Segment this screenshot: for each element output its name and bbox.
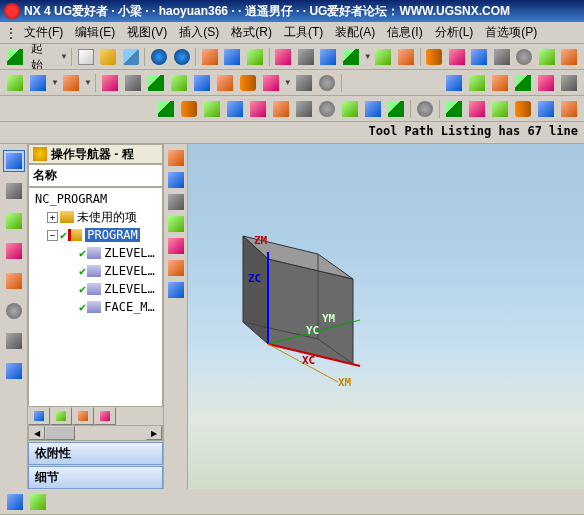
redo-button[interactable]: [171, 46, 193, 68]
paste-button[interactable]: [244, 46, 266, 68]
tree-program[interactable]: − ✔ PROGRAM: [31, 226, 160, 244]
tb2-b4[interactable]: [99, 72, 121, 94]
tb3-b5[interactable]: [247, 98, 269, 120]
tb3-b6[interactable]: [270, 98, 292, 120]
gt-b1[interactable]: [166, 148, 186, 168]
tb2-b10[interactable]: [237, 72, 259, 94]
tb1-b7[interactable]: [424, 46, 446, 68]
tb1-b9[interactable]: [469, 46, 491, 68]
column-header[interactable]: 名称: [28, 164, 163, 187]
tb3-b9[interactable]: [339, 98, 361, 120]
gt-b5[interactable]: [166, 236, 186, 256]
nav-tab-4[interactable]: [94, 407, 116, 425]
tree-root[interactable]: NC_PROGRAM: [31, 190, 160, 208]
tb3-c5[interactable]: [535, 98, 557, 120]
tb1-b8[interactable]: [446, 46, 468, 68]
tb1-b13[interactable]: [559, 46, 581, 68]
tb4-b2[interactable]: [27, 491, 49, 513]
tb3-fox[interactable]: [414, 98, 436, 120]
tb2-b1[interactable]: [4, 72, 26, 94]
gt-b3[interactable]: [166, 192, 186, 212]
vt-tab-5[interactable]: [3, 270, 25, 292]
scroll-left-icon[interactable]: ◀: [29, 426, 45, 440]
undo-button[interactable]: [148, 46, 170, 68]
nav-tab-3[interactable]: [72, 407, 94, 425]
menu-tools[interactable]: 工具(T): [278, 22, 329, 43]
collapse-icon[interactable]: −: [47, 230, 58, 241]
menu-prefs[interactable]: 首选项(P): [479, 22, 543, 43]
tb2-b5[interactable]: [122, 72, 144, 94]
tb2-b8[interactable]: [191, 72, 213, 94]
tb3-b2[interactable]: [178, 98, 200, 120]
vt-tab-3[interactable]: [3, 210, 25, 232]
chevron-down-icon[interactable]: ▼: [284, 78, 292, 87]
tb2-b11[interactable]: [260, 72, 282, 94]
tb2-r5[interactable]: [535, 72, 557, 94]
scroll-right-icon[interactable]: ▶: [146, 426, 162, 440]
tb2-b6[interactable]: [145, 72, 167, 94]
tb3-b10[interactable]: [362, 98, 384, 120]
vt-tab-7[interactable]: [3, 330, 25, 352]
tb3-c1[interactable]: [443, 98, 465, 120]
tb2-b12[interactable]: [293, 72, 315, 94]
detail-panel[interactable]: 细节: [28, 466, 163, 489]
gt-b2[interactable]: [166, 170, 186, 190]
gt-b7[interactable]: [166, 280, 186, 300]
tb2-b13[interactable]: [316, 72, 338, 94]
tb2-b9[interactable]: [214, 72, 236, 94]
horizontal-scrollbar[interactable]: ◀ ▶: [28, 425, 163, 441]
tb1-b5[interactable]: [373, 46, 395, 68]
tb1-b2[interactable]: [295, 46, 317, 68]
save-button[interactable]: [120, 46, 142, 68]
gt-b6[interactable]: [166, 258, 186, 278]
scroll-track[interactable]: [75, 426, 146, 440]
menu-assembly[interactable]: 装配(A): [329, 22, 381, 43]
start-label[interactable]: 起始: [27, 44, 58, 70]
viewport[interactable]: ZM ZC YM YC XC XM: [188, 144, 584, 489]
chevron-down-icon[interactable]: ▼: [51, 78, 59, 87]
vt-tab-8[interactable]: [3, 360, 25, 382]
tb4-b1[interactable]: [4, 491, 26, 513]
tb3-b1[interactable]: [155, 98, 177, 120]
tb2-r6[interactable]: [558, 72, 580, 94]
tb3-b11[interactable]: [385, 98, 407, 120]
tb1-b4[interactable]: [340, 46, 362, 68]
tree-unused[interactable]: + 未使用的项: [31, 208, 160, 226]
tb3-c6[interactable]: [558, 98, 580, 120]
tb2-r2[interactable]: [466, 72, 488, 94]
tb3-b3[interactable]: [201, 98, 223, 120]
chevron-down-icon[interactable]: ▼: [364, 52, 372, 61]
start-button[interactable]: [4, 46, 26, 68]
tb1-b3[interactable]: [318, 46, 340, 68]
nav-tab-1[interactable]: [28, 407, 50, 425]
tree-op[interactable]: ✔ ZLEVEL…: [31, 280, 160, 298]
tb1-b1[interactable]: [273, 46, 295, 68]
expand-icon[interactable]: +: [47, 212, 58, 223]
copy-button[interactable]: [222, 46, 244, 68]
tree-op[interactable]: ✔ ZLEVEL…: [31, 262, 160, 280]
menu-insert[interactable]: 插入(S): [173, 22, 225, 43]
vt-tab-6[interactable]: [3, 300, 25, 322]
scroll-thumb[interactable]: [45, 426, 75, 440]
menu-format[interactable]: 格式(R): [225, 22, 278, 43]
tb2-r1[interactable]: [443, 72, 465, 94]
tb1-b6[interactable]: [395, 46, 417, 68]
gt-b4[interactable]: [166, 214, 186, 234]
menu-analysis[interactable]: 分析(L): [429, 22, 480, 43]
vt-tab-2[interactable]: [3, 180, 25, 202]
tb3-c4[interactable]: [512, 98, 534, 120]
new-button[interactable]: [75, 46, 97, 68]
tree-op[interactable]: ✔ ZLEVEL…: [31, 244, 160, 262]
tb3-c3[interactable]: [489, 98, 511, 120]
tb3-b8[interactable]: [316, 98, 338, 120]
tb2-b3[interactable]: [60, 72, 82, 94]
chevron-down-icon[interactable]: ▼: [60, 52, 68, 61]
tb1-b11[interactable]: [514, 46, 536, 68]
tb2-r4[interactable]: [512, 72, 534, 94]
navigator-tab[interactable]: [3, 150, 25, 172]
nav-tab-2[interactable]: [50, 407, 72, 425]
vt-tab-4[interactable]: [3, 240, 25, 262]
tree-op[interactable]: ✔ FACE_M…: [31, 298, 160, 316]
menu-file[interactable]: 文件(F): [18, 22, 69, 43]
tb1-b12[interactable]: [536, 46, 558, 68]
